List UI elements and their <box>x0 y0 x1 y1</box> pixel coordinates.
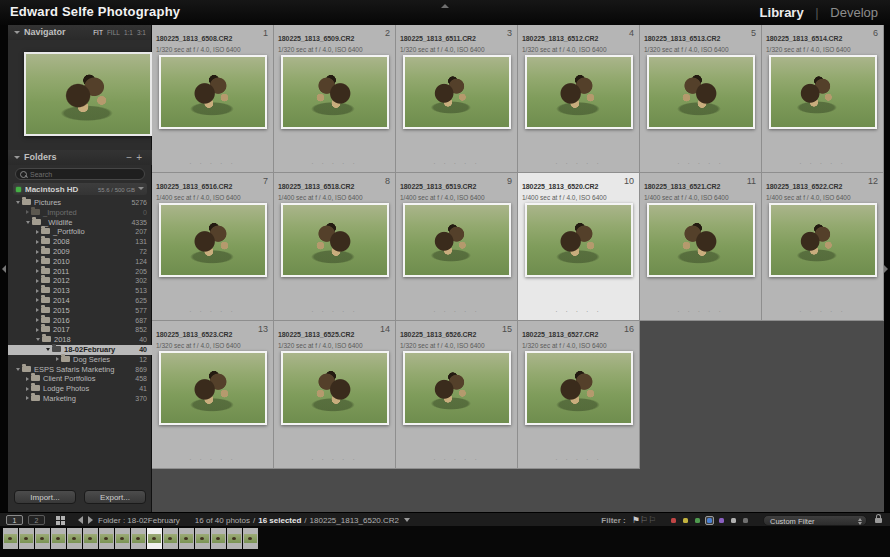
folder-item-2011[interactable]: 2011205 <box>8 267 152 277</box>
disclosure-down-icon[interactable] <box>16 368 20 371</box>
folder-item-lodge-photos[interactable]: Lodge Photos41 <box>8 384 152 394</box>
folder-item-2013[interactable]: 2013513 <box>8 286 152 296</box>
folder-item-2008[interactable]: 2008131 <box>8 237 152 247</box>
reject-flag-icon[interactable]: ⚐ <box>648 515 656 525</box>
yellow-label-filter[interactable] <box>681 516 690 525</box>
folders-header[interactable]: Folders −+ <box>8 150 152 165</box>
tab-library[interactable]: Library <box>760 5 804 20</box>
filmstrip-thumb-7[interactable] <box>99 528 114 549</box>
filter-lock-icon[interactable] <box>875 518 882 523</box>
grid-cell-5[interactable]: 180225_1813_6513.CR251/320 sec at f / 4.… <box>640 25 762 173</box>
disclosure-right-icon[interactable] <box>36 259 39 263</box>
folder-item-2012[interactable]: 2012302 <box>8 276 152 286</box>
gray-label-filter[interactable] <box>741 516 750 525</box>
folder-item-2009[interactable]: 200972 <box>8 247 152 257</box>
volume-disclosure-icon[interactable] <box>138 187 144 190</box>
disclosure-right-icon[interactable] <box>26 210 29 214</box>
zoom-option-3-1[interactable]: 3:1 <box>137 29 146 36</box>
disclosure-right-icon[interactable] <box>36 328 39 332</box>
collapse-left-panel-icon[interactable] <box>2 265 6 273</box>
folder-item--portfolio[interactable]: _Portfolio207 <box>8 227 152 237</box>
disclosure-right-icon[interactable] <box>36 298 39 302</box>
filmstrip-thumb-5[interactable] <box>67 528 82 549</box>
grid-cell-16[interactable]: 180225_1813_6527.CR2161/320 sec at f / 4… <box>518 321 640 469</box>
right-panel-collapse-strip[interactable] <box>884 25 890 512</box>
filmstrip-thumb-2[interactable] <box>19 528 34 549</box>
disclosure-down-icon[interactable] <box>16 201 20 204</box>
grid-cell-12[interactable]: 180225_1813_6522.CR2121/400 sec at f / 4… <box>762 173 884 321</box>
disclosure-down-icon[interactable] <box>36 338 40 341</box>
folder-breadcrumb[interactable]: Folder : 18-02February <box>98 516 180 525</box>
folder-item-2016[interactable]: 2016687 <box>8 316 152 326</box>
disclosure-right-icon[interactable] <box>36 269 39 273</box>
grid-cell-3[interactable]: 180225_1813_6511.CR231/320 sec at f / 4.… <box>396 25 518 173</box>
folder-item-2018[interactable]: 201840 <box>8 335 152 345</box>
filmstrip-thumb-11[interactable] <box>163 528 178 549</box>
collapse-top-panel-icon[interactable] <box>441 4 449 8</box>
pick-flag-icon[interactable]: ⚑ <box>632 515 640 525</box>
disclosure-right-icon[interactable] <box>26 396 29 400</box>
disclosure-right-icon[interactable] <box>36 240 39 244</box>
folder-item-2010[interactable]: 2010124 <box>8 257 152 267</box>
export-button[interactable]: Export... <box>84 490 146 504</box>
folder-item--imported[interactable]: _Imported0 <box>8 208 152 218</box>
zoom-option-fill[interactable]: FILL <box>107 29 120 36</box>
filmstrip-thumb-8[interactable] <box>115 528 130 549</box>
filmstrip-thumb-10[interactable] <box>147 528 162 549</box>
disclosure-down-icon[interactable] <box>46 348 50 351</box>
zoom-option-fit[interactable]: FIT <box>93 29 103 36</box>
navigator-disclosure-icon[interactable] <box>14 31 20 34</box>
white-label-filter[interactable] <box>729 516 738 525</box>
green-label-filter[interactable] <box>693 516 702 525</box>
caret-down-icon[interactable] <box>404 518 410 522</box>
zoom-option-1-1[interactable]: 1:1 <box>124 29 133 36</box>
filmstrip-thumb-4[interactable] <box>51 528 66 549</box>
disclosure-right-icon[interactable] <box>36 250 39 254</box>
grid-cell-11[interactable]: 180225_1813_6521.CR2111/400 sec at f / 4… <box>640 173 762 321</box>
selection-status[interactable]: 16 of 40 photos/16 selected/180225_1813_… <box>195 516 410 525</box>
add-folder-button[interactable]: + <box>136 152 146 163</box>
grid-cell-7[interactable]: 180225_1813_6516.CR271/400 sec at f / 4.… <box>152 173 274 321</box>
folder-item--wildlife[interactable]: _Wildlife4335 <box>8 218 152 228</box>
filmstrip-thumb-14[interactable] <box>211 528 226 549</box>
main-window-button[interactable]: 1 <box>6 515 23 525</box>
grid-view-icon[interactable] <box>56 516 65 525</box>
filmstrip-thumb-6[interactable] <box>83 528 98 549</box>
import-button[interactable]: Import... <box>14 490 76 504</box>
disclosure-right-icon[interactable] <box>36 289 39 293</box>
unflagged-flag-icon[interactable]: ⚐ <box>640 515 648 525</box>
folders-disclosure-icon[interactable] <box>14 156 20 159</box>
grid-cell-14[interactable]: 180225_1813_6525.CR2141/320 sec at f / 4… <box>274 321 396 469</box>
grid-cell-6[interactable]: 180225_1813_6514.CR261/320 sec at f / 4.… <box>762 25 884 173</box>
filmstrip-thumb-12[interactable] <box>179 528 194 549</box>
disclosure-down-icon[interactable] <box>26 221 30 224</box>
filmstrip-thumb-16[interactable] <box>243 528 258 549</box>
second-window-button[interactable]: 2 <box>28 515 45 525</box>
disclosure-right-icon[interactable] <box>36 308 39 312</box>
folder-item-marketing[interactable]: Marketing370 <box>8 394 152 404</box>
folder-item-2014[interactable]: 2014625 <box>8 296 152 306</box>
disclosure-right-icon[interactable] <box>36 279 39 283</box>
red-label-filter[interactable] <box>669 516 678 525</box>
grid-cell-15[interactable]: 180225_1813_6526.CR2151/320 sec at f / 4… <box>396 321 518 469</box>
folder-item-esps-safaris-marketing[interactable]: ESPS Safaris Marketing869 <box>8 365 152 375</box>
filmstrip-thumb-9[interactable] <box>131 528 146 549</box>
tab-develop[interactable]: Develop <box>830 5 878 20</box>
folder-item-pictures[interactable]: Pictures5276 <box>8 198 152 208</box>
custom-filter-dropdown[interactable]: Custom Filter <box>763 515 867 526</box>
grid-cell-8[interactable]: 180225_1813_6518.CR281/400 sec at f / 4.… <box>274 173 396 321</box>
folder-item-18-02february[interactable]: 18-02February40 <box>8 345 152 355</box>
folder-item-client-portfolios[interactable]: Client Portfolios458 <box>8 374 152 384</box>
next-arrow-icon[interactable] <box>88 516 93 524</box>
expand-right-panel-icon[interactable] <box>884 265 888 273</box>
grid-cell-4[interactable]: 180225_1813_6512.CR241/320 sec at f / 4.… <box>518 25 640 173</box>
grid-cell-2[interactable]: 180225_1813_6509.CR221/320 sec at f / 4.… <box>274 25 396 173</box>
folder-search-input[interactable]: Search <box>15 168 145 180</box>
folder-item-2015[interactable]: 2015577 <box>8 306 152 316</box>
navigator-preview[interactable] <box>24 52 152 136</box>
navigator-header[interactable]: Navigator FITFILL1:13:1 <box>8 25 151 40</box>
folder-item-2017[interactable]: 2017852 <box>8 325 152 335</box>
filmstrip-thumb-13[interactable] <box>195 528 210 549</box>
filmstrip-thumb-3[interactable] <box>35 528 50 549</box>
previous-arrow-icon[interactable] <box>78 516 83 524</box>
